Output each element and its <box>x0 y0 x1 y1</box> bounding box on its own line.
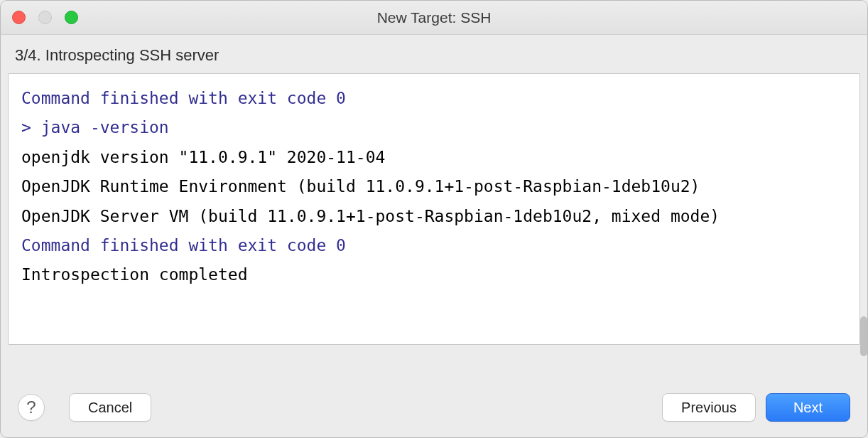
traffic-lights <box>12 11 78 24</box>
dialog-window: New Target: SSH 3/4. Introspecting SSH s… <box>0 0 868 438</box>
zoom-icon[interactable] <box>65 11 78 24</box>
button-bar: ? Cancel Previous Next <box>1 378 867 437</box>
console-line: > java -version <box>21 113 847 142</box>
step-subheader: 3/4. Introspecting SSH server <box>1 35 867 73</box>
console-line: Introspection completed <box>21 260 847 289</box>
cancel-button[interactable]: Cancel <box>69 393 151 422</box>
console-line: Command finished with exit code 0 <box>21 84 847 113</box>
close-icon[interactable] <box>12 11 26 24</box>
minimize-icon <box>38 11 52 24</box>
titlebar[interactable]: New Target: SSH <box>1 1 867 35</box>
content-area: Command finished with exit code 0> java … <box>1 73 867 378</box>
window-title: New Target: SSH <box>377 9 492 26</box>
console-line: OpenJDK Runtime Environment (build 11.0.… <box>21 172 847 201</box>
previous-button[interactable]: Previous <box>662 393 756 422</box>
scrollbar-thumb[interactable] <box>860 316 867 356</box>
console-line: Command finished with exit code 0 <box>21 231 847 260</box>
help-button[interactable]: ? <box>18 394 45 421</box>
console-line: openjdk version "11.0.9.1" 2020-11-04 <box>21 143 847 172</box>
console-output[interactable]: Command finished with exit code 0> java … <box>8 73 860 345</box>
next-button[interactable]: Next <box>766 393 850 422</box>
console-line: OpenJDK Server VM (build 11.0.9.1+1-post… <box>21 202 847 231</box>
